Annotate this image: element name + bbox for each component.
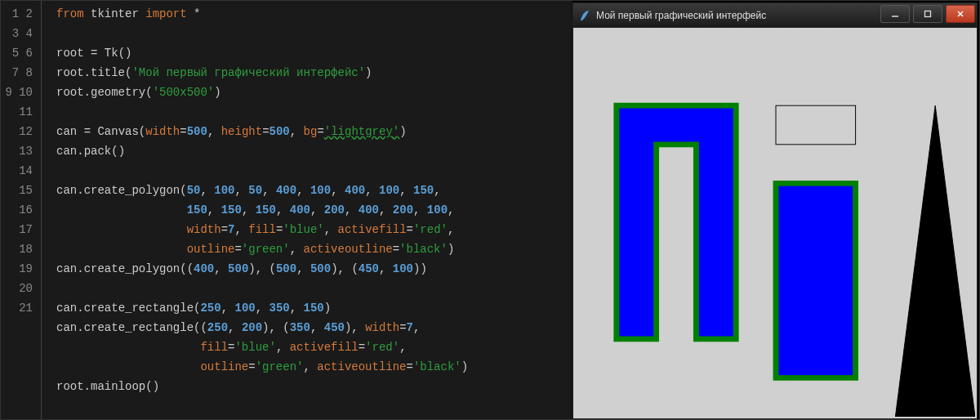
num: 400	[276, 184, 296, 197]
geom-str: '500x500'	[153, 86, 215, 99]
tk-call: Tk	[105, 47, 118, 60]
num: 450	[324, 321, 345, 334]
num: 350	[270, 302, 290, 315]
root-id: root	[56, 47, 84, 60]
num: 200	[324, 203, 345, 217]
kw-afill: activefill	[290, 341, 359, 354]
kw-outline: outline	[187, 243, 235, 256]
cpoly-fn: create_polygon	[84, 262, 180, 275]
code-editor: 1 2 3 4 5 6 7 8 9 10 11 12 13 14 15 16 1…	[1, 1, 572, 420]
line-20: 20	[19, 282, 33, 295]
num: 450	[359, 262, 379, 275]
num: 500	[310, 262, 331, 275]
line-12: 12	[19, 125, 33, 138]
num: 150	[256, 203, 276, 217]
line-21: 21	[19, 302, 33, 315]
num: 150	[221, 203, 242, 217]
cpoly-fn: create_polygon	[84, 184, 180, 197]
code-content[interactable]: from tkinter import * root = Tk() root.t…	[42, 1, 572, 420]
kw-afill: activefill	[338, 223, 407, 236]
num: 250	[200, 302, 220, 315]
can-id: can	[56, 321, 77, 334]
num: 100	[310, 184, 331, 197]
kw-bg: bg	[304, 125, 318, 138]
can-id: can	[56, 184, 77, 197]
num: 400	[290, 203, 310, 217]
canvas-rectangle[interactable]	[776, 183, 856, 378]
num: 100	[234, 302, 255, 315]
num-500: 500	[187, 125, 207, 138]
kw-outline: outline	[200, 360, 248, 373]
num: 50	[187, 184, 201, 197]
eq: =	[91, 47, 97, 60]
kw-width: width	[365, 321, 399, 334]
titlebar[interactable]: Мой первый графический интерфейс	[573, 3, 977, 28]
root-id: root	[56, 380, 84, 393]
num: 400	[359, 203, 379, 217]
title-fn: title	[91, 66, 125, 79]
can-id: can	[56, 125, 77, 138]
line-1: 1	[12, 7, 19, 20]
line-3: 3	[12, 27, 19, 40]
close-button[interactable]	[946, 5, 975, 23]
canvas-polygon[interactable]	[617, 105, 736, 339]
kw-width: width	[187, 223, 221, 236]
svg-rect-1	[925, 11, 931, 17]
num: 100	[393, 262, 413, 275]
line-16: 16	[19, 203, 33, 217]
tk-canvas[interactable]	[577, 28, 975, 417]
num: 150	[413, 184, 434, 197]
can-id: can	[56, 145, 77, 158]
kw-aoutline: activeoutline	[303, 243, 392, 256]
num: 400	[194, 262, 214, 275]
can-id: can	[56, 302, 77, 315]
line-19: 19	[19, 262, 33, 275]
num: 100	[379, 184, 399, 197]
kw-width: width	[145, 125, 180, 138]
line-7: 7	[12, 66, 19, 79]
line-5: 5	[12, 47, 19, 60]
canvas-call: Canvas	[97, 125, 138, 138]
minimize-button[interactable]	[880, 5, 910, 23]
kw-aoutline: activeoutline	[317, 360, 406, 373]
line-9: 9	[5, 86, 11, 99]
line-4: 4	[26, 27, 33, 40]
maximize-button[interactable]	[913, 5, 942, 23]
eq: =	[84, 125, 91, 138]
root-id: root	[56, 66, 84, 79]
num: 50	[248, 184, 262, 197]
tkinter-window: Мой первый графический интерфейс	[572, 2, 978, 419]
canvas-rectangle[interactable]	[776, 105, 856, 145]
line-13: 13	[19, 145, 33, 158]
str-green: 'green'	[242, 243, 290, 256]
num: 200	[242, 321, 262, 334]
line-10: 10	[19, 86, 33, 99]
line-17: 17	[19, 223, 33, 236]
geom-fn: geometry	[91, 86, 145, 99]
num: 500	[228, 262, 248, 275]
pack-fn: pack	[84, 145, 112, 158]
kw-fill: fill	[200, 341, 228, 354]
can-id: can	[56, 262, 77, 275]
root-id: root	[56, 86, 84, 99]
str-blue: 'blue'	[283, 223, 323, 236]
line-15: 15	[19, 184, 33, 197]
mainloop-fn: mainloop	[91, 380, 145, 393]
str-black: 'black'	[413, 360, 461, 373]
canvas-polygon[interactable]	[895, 105, 975, 417]
str-red: 'red'	[365, 341, 399, 354]
kw-from: from	[56, 7, 84, 20]
line-14: 14	[19, 164, 33, 177]
window-title: Мой первый графический интерфейс	[596, 10, 879, 21]
line-6: 6	[26, 47, 33, 60]
str-red: 'red'	[413, 223, 448, 236]
num: 250	[207, 321, 228, 334]
num: 150	[187, 203, 207, 217]
str-green: 'green'	[256, 360, 304, 373]
num: 400	[345, 184, 365, 197]
num: 150	[304, 302, 324, 315]
num-500: 500	[270, 125, 290, 138]
line-11: 11	[19, 105, 33, 118]
num: 7	[407, 321, 413, 334]
num: 350	[290, 321, 310, 334]
